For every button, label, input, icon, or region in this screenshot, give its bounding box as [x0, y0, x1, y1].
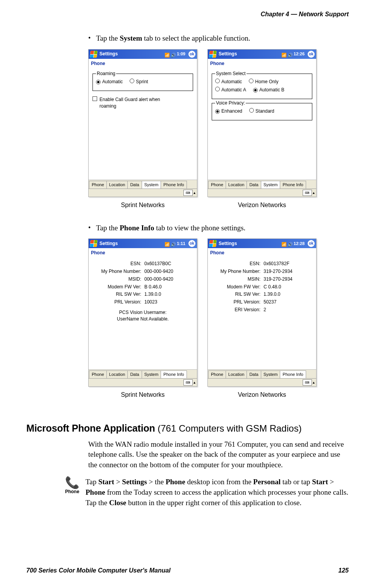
keyboard-icon[interactable]: ⌨ [303, 190, 312, 196]
radio-enhanced[interactable]: Enhanced [215, 108, 242, 115]
ok-button[interactable]: ok [308, 240, 315, 247]
system-select-fieldset: System Select Automatic Home Only Automa… [212, 74, 312, 99]
ok-button[interactable]: ok [308, 51, 315, 58]
clock: 12:28 [294, 241, 305, 247]
value-msid: 000-000-9420 [144, 276, 194, 283]
callguard-checkbox[interactable] [92, 96, 97, 101]
start-icon[interactable] [90, 51, 98, 58]
screen-title: Phone [89, 248, 197, 257]
tab-phone-info[interactable]: Phone Info [161, 370, 187, 378]
running-header: Chapter 4 — Network Support [26, 11, 349, 18]
sip-bar: ⌨ ▴ [208, 189, 316, 197]
screenshot-sprint-system: Settings 1:09 ok Phone Roaming [88, 49, 197, 197]
tab-phone-info[interactable]: Phone Info [161, 181, 187, 189]
keyboard-icon[interactable]: ⌨ [303, 379, 312, 386]
bold: Phone Info [120, 224, 154, 232]
keyboard-icon[interactable]: ⌨ [183, 379, 193, 386]
value-ril: 1.39.0.0 [264, 291, 313, 298]
label-ril: RIL SW Ver: [92, 291, 144, 298]
label-eri: ERI Version: [211, 307, 264, 313]
start-icon[interactable] [209, 51, 217, 58]
volume-icon [288, 241, 292, 246]
titlebar-title: Settings [219, 240, 281, 247]
value-myphone: 000-000-9420 [144, 268, 194, 275]
clock: 1:11 [177, 241, 185, 247]
value-eri: 2 [264, 307, 313, 313]
sip-arrow-icon[interactable]: ▴ [193, 380, 195, 385]
radio-automatic[interactable]: Automatic [215, 79, 242, 85]
phone-icon: 📞 [65, 477, 79, 489]
radio-label: Automatic A [221, 87, 246, 93]
label-fw: Modem FW Ver: [92, 284, 144, 290]
roaming-fieldset: Roaming Automatic Sprint [92, 74, 193, 91]
titlebar-title: Settings [99, 51, 164, 57]
tab-data[interactable]: Data [247, 181, 261, 189]
start-icon[interactable] [90, 240, 98, 247]
tab-location[interactable]: Location [106, 181, 128, 189]
tab-phone[interactable]: Phone [89, 181, 107, 189]
radio-standard[interactable]: Standard [249, 108, 274, 115]
tab-phone[interactable]: Phone [208, 181, 226, 189]
ok-button[interactable]: ok [188, 240, 195, 247]
titlebar: Settings 12:28 ok [208, 239, 316, 248]
bullet-phone-info-tab: • Tap the Phone Info tab to view the pho… [88, 223, 349, 233]
radio-automatic-a[interactable]: Automatic A [215, 87, 246, 93]
callguard-label: Enable Call Guard alert when roaming [99, 96, 177, 110]
titlebar: Settings 1:09 ok [89, 50, 197, 59]
titlebar-title: Settings [219, 51, 281, 57]
sip-bar: ⌨ ▴ [208, 378, 316, 386]
value-prl: 10023 [144, 299, 194, 305]
pcs-username-label: PCS Vision Username: [92, 309, 194, 316]
tab-data[interactable]: Data [127, 181, 142, 189]
radio-automatic[interactable]: Automatic [96, 79, 123, 85]
tab-phone-info[interactable]: Phone Info [280, 181, 306, 189]
volume-icon [288, 52, 292, 57]
titlebar-title: Settings [99, 240, 164, 247]
tab-strip: Phone Location Data System Phone Info [208, 369, 316, 378]
text: tab or tap [281, 478, 312, 486]
tab-location[interactable]: Location [226, 181, 247, 189]
sip-arrow-icon[interactable]: ▴ [313, 380, 315, 385]
tab-strip: Phone Location Data System Phone Info [89, 180, 197, 189]
keyboard-icon[interactable]: ⌨ [183, 190, 193, 196]
text: Tap [86, 478, 98, 486]
radio-sprint[interactable]: Sprint [130, 79, 148, 85]
value-prl: 50237 [264, 299, 313, 305]
radio-home-only[interactable]: Home Only [249, 79, 278, 85]
text: button in the upper right corner of this… [126, 499, 301, 507]
bullet-mark: • [88, 33, 91, 44]
start-icon[interactable] [209, 240, 217, 247]
signal-icon [164, 241, 169, 246]
bold: Personal [253, 478, 281, 486]
legend: Roaming [96, 70, 116, 77]
screenshot-verizon-system: Settings 12:26 ok Phone System Select [207, 49, 317, 197]
tab-phone[interactable]: Phone [208, 370, 226, 378]
tab-data[interactable]: Data [247, 370, 261, 378]
label-msin: MSIN: [211, 276, 264, 283]
clock: 12:26 [294, 51, 305, 57]
label-fw: Modem FW Ver: [211, 284, 264, 290]
heading-bold: Microsoft Phone Application [26, 423, 155, 434]
sip-arrow-icon[interactable]: ▴ [313, 190, 315, 195]
volume-icon [171, 241, 175, 246]
tab-system[interactable]: System [261, 181, 281, 189]
section-heading: Microsoft Phone Application (761 Compute… [26, 423, 349, 434]
tab-location[interactable]: Location [226, 370, 247, 378]
tab-phone-info[interactable]: Phone Info [280, 370, 306, 378]
text: Tap the [96, 224, 120, 232]
ok-button[interactable]: ok [188, 51, 195, 58]
tab-system[interactable]: System [142, 370, 161, 378]
tab-system[interactable]: System [142, 181, 161, 189]
sip-arrow-icon[interactable]: ▴ [193, 190, 195, 195]
radio-automatic-b[interactable]: Automatic B [253, 87, 284, 93]
page-number: 125 [338, 567, 349, 574]
value-esn: 0x6013782F [264, 261, 313, 267]
bold: Phone [166, 478, 185, 486]
tab-phone[interactable]: Phone [89, 370, 107, 378]
tab-system[interactable]: System [261, 370, 281, 378]
tab-location[interactable]: Location [106, 370, 128, 378]
clock: 1:09 [177, 51, 185, 57]
legend: System Select [215, 70, 247, 77]
tab-data[interactable]: Data [127, 370, 142, 378]
radio-label: Automatic [221, 79, 242, 84]
